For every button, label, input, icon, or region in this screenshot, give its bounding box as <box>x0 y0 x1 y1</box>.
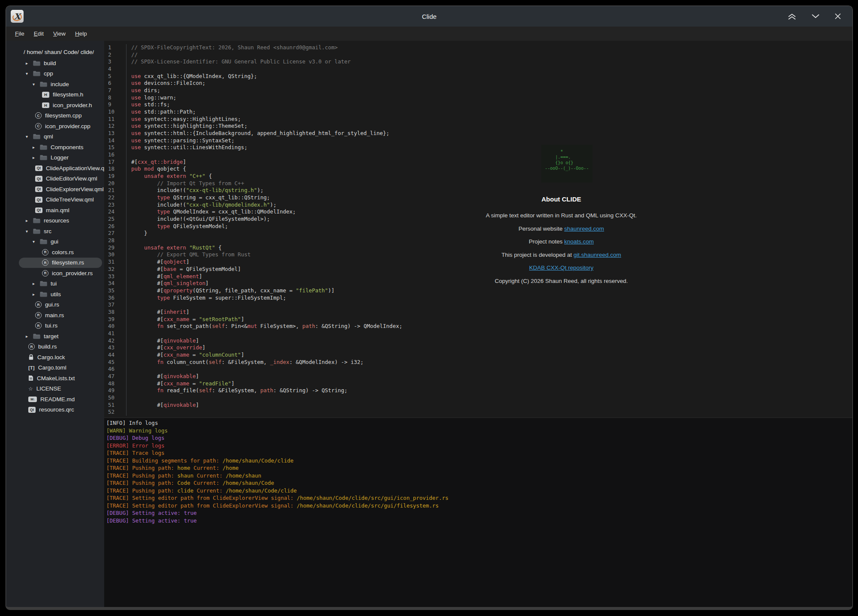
folder-icon <box>40 291 47 297</box>
expand-arrow-icon[interactable]: ▸ <box>33 155 40 160</box>
close-button[interactable] <box>834 12 842 21</box>
tree-item-cargo-toml[interactable]: [T]Cargo.toml <box>6 363 104 373</box>
code-line: 4 <box>104 66 852 73</box>
tree-item-clidetreeview-qml[interactable]: QtClideTreeView.qml <box>6 195 104 205</box>
tree-item-license[interactable]: ☆LICENSE <box>6 384 104 394</box>
app-icon[interactable]: X <box>11 10 24 23</box>
folder-icon <box>40 81 47 87</box>
menu-item-help[interactable]: Help <box>70 29 92 39</box>
tree-item-cargo-lock[interactable]: Cargo.lock <box>6 352 104 363</box>
code-line: 14use syntect::parsing::SyntaxSet; <box>104 137 852 144</box>
about-link[interactable]: git.shaunreed.com <box>574 252 621 258</box>
tree-item-build[interactable]: ▸build <box>6 58 104 69</box>
tree-item-readme-md[interactable]: M↓README.md <box>6 394 104 405</box>
expand-arrow-icon[interactable]: ▸ <box>33 281 40 286</box>
tree-item-utils[interactable]: ▸utils <box>6 289 104 300</box>
expand-arrow-icon[interactable]: ▾ <box>33 239 40 244</box>
markdown-file-icon: M↓ <box>28 397 37 403</box>
expand-arrow-icon[interactable]: ▾ <box>26 229 33 234</box>
line-number: 26 <box>104 223 126 230</box>
rust-file-icon: R <box>42 270 48 276</box>
line-number: 28 <box>104 237 126 244</box>
tree-item-label: resources <box>44 217 69 224</box>
line-number: 25 <box>104 216 126 223</box>
tree-item-logger[interactable]: ▸Logger <box>6 153 104 163</box>
tree-item-build-rs[interactable]: Rbuild.rs <box>6 342 104 352</box>
tree-item-label: target <box>44 333 59 340</box>
log-panel[interactable]: [INFO] Info logs[WARN] Warning logs[DEBU… <box>104 418 852 607</box>
expand-arrow-icon[interactable]: ▾ <box>26 71 33 76</box>
code-line: 36 type FileSystem = super::FileSystemIm… <box>104 294 852 302</box>
line-number: 40 <box>104 323 126 330</box>
tree-item-icon-provider-rs[interactable]: Ricon_provider.rs <box>6 268 104 279</box>
expand-arrow-icon[interactable]: ▸ <box>26 218 33 223</box>
tree-item-label: src <box>44 228 51 234</box>
line-number: 34 <box>104 280 126 287</box>
code-line: 47 #[qinvokable] <box>104 373 852 380</box>
line-number: 49 <box>104 387 126 394</box>
code-line: 49 fn read_file(self: &FileSystem, path:… <box>104 387 852 394</box>
tree-item-gui[interactable]: ▾gui <box>6 237 104 247</box>
text-file-icon <box>28 375 33 381</box>
about-description: A simple text editor written in Rust and… <box>469 212 653 219</box>
line-number: 39 <box>104 316 126 323</box>
tree-item-resources-qrc[interactable]: Qtresources.qrc <box>6 405 104 415</box>
expand-arrow-icon[interactable]: ▸ <box>26 334 33 339</box>
code-line: 42 #[qinvokable] <box>104 337 852 345</box>
shade-button[interactable] <box>786 12 798 21</box>
code-line: 12use syntect::highlighting::ThemeSet; <box>104 123 852 130</box>
tree-item-clideeditorview-qml[interactable]: QtClideEditorView.qml <box>6 174 104 184</box>
tree-item-resources[interactable]: ▸resources <box>6 216 104 226</box>
about-link[interactable]: shaunreed.com <box>564 225 604 232</box>
folder-icon <box>40 239 47 244</box>
tree-item-src[interactable]: ▾src <box>6 226 104 237</box>
tree-item-colors-rs[interactable]: Rcolors.rs <box>6 247 104 258</box>
chevron-double-up-icon <box>787 13 797 20</box>
line-number: 21 <box>104 187 126 194</box>
tree-item-gui-rs[interactable]: Rgui.rs <box>6 300 104 310</box>
line-number: 47 <box>104 373 126 380</box>
menu-item-view[interactable]: View <box>48 29 70 39</box>
tree-item-label: ClideApplicationView.qml <box>46 165 104 171</box>
tree-item-icon-provider-cpp[interactable]: Cicon_provider.cpp <box>6 121 104 132</box>
tree-item-components[interactable]: ▸Components <box>6 142 104 153</box>
code-line: 9use std::fs; <box>104 101 852 108</box>
code-editor[interactable]: 1// SPDX-FileCopyrightText: 2026, Shaun … <box>104 41 852 418</box>
expand-arrow-icon[interactable]: ▸ <box>26 61 33 66</box>
tree-item-tui[interactable]: ▸tui <box>6 279 104 289</box>
tree-item-target[interactable]: ▸target <box>6 331 104 342</box>
log-line: [TRACE] Pushing path: clide Current: /ho… <box>106 487 852 495</box>
about-link[interactable]: knoats.com <box>564 238 594 245</box>
code-line: 44 #[cxx_name = "columnCount"] <box>104 352 852 359</box>
tree-item-label: ClideExplorerView.qml <box>46 186 104 192</box>
tree-item-label: build <box>44 60 56 66</box>
tree-item-clideapplicationview-qml[interactable]: QtClideApplicationView.qml <box>6 163 104 174</box>
minimize-button[interactable] <box>810 12 821 21</box>
expand-arrow-icon[interactable]: ▾ <box>33 82 40 87</box>
tree-item-label: Cargo.toml <box>38 364 66 371</box>
folder-icon <box>40 281 47 286</box>
tree-item-filesystem-h[interactable]: Hfilesystem.h <box>6 90 104 100</box>
tree-item-icon-provider-h[interactable]: Hicon_provider.h <box>6 100 104 111</box>
log-line: [INFO] Info logs <box>106 419 852 427</box>
expand-arrow-icon[interactable]: ▾ <box>26 134 33 139</box>
expand-arrow-icon[interactable]: ▸ <box>33 145 40 150</box>
tree-item-label: Cargo.lock <box>37 354 65 361</box>
tree-item-filesystem-cpp[interactable]: Cfilesystem.cpp <box>6 111 104 121</box>
tree-item-cpp[interactable]: ▾cpp <box>6 69 104 79</box>
tree-item-filesystem-rs[interactable]: Rfilesystem.rs <box>19 258 102 268</box>
tree-item-main-rs[interactable]: Rmain.rs <box>6 310 104 321</box>
about-link[interactable]: KDAB CXX-Qt repository <box>529 264 593 271</box>
expand-arrow-icon[interactable]: ▸ <box>33 292 40 297</box>
menu-item-edit[interactable]: Edit <box>29 29 48 39</box>
rust-file-icon: R <box>42 249 48 255</box>
tree-item-qml[interactable]: ▾qml <box>6 132 104 142</box>
tree-item-main-qml[interactable]: Qtmain.qml <box>6 205 104 216</box>
tree-item-include[interactable]: ▾include <box>6 79 104 90</box>
tree-item-tui-rs[interactable]: Rtui.rs <box>6 321 104 331</box>
menu-item-file[interactable]: File <box>10 29 29 39</box>
line-number: 29 <box>104 244 126 252</box>
tree-item-cmakelists-txt[interactable]: CMakeLists.txt <box>6 373 104 384</box>
line-number: 38 <box>104 309 126 316</box>
tree-item-clideexplorerview-qml[interactable]: QtClideExplorerView.qml <box>6 184 104 195</box>
